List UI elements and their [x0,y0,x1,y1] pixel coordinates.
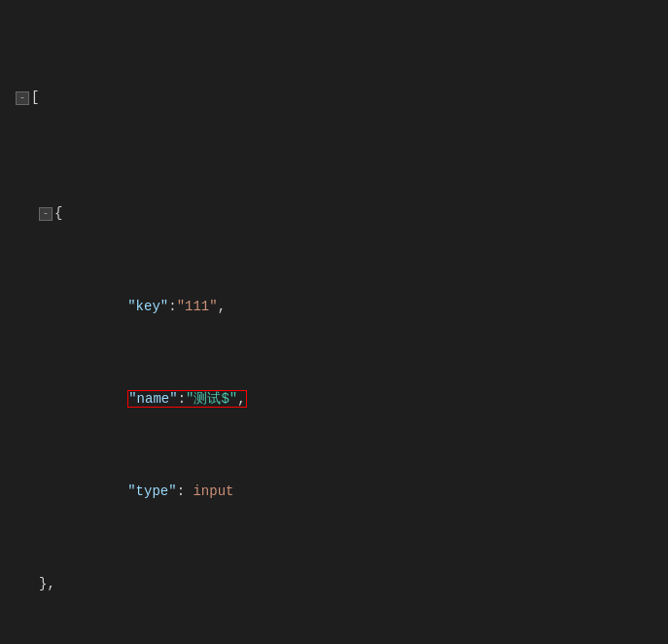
code-viewer: -[ -{ "key":"111", "name":"测试$", "type":… [0,10,668,644]
highlight-name1: "name":"测试$", [127,390,246,408]
collapse-root[interactable]: - [16,91,29,105]
line-root-open: -[ [16,87,652,110]
line-key1-key: "key":"111", [16,296,652,319]
line-obj1-open: -{ [16,202,652,226]
collapse-obj1[interactable]: - [39,207,53,221]
line-obj1-close: }, [16,573,652,596]
line-key1-name: "name":"测试$", [16,388,652,411]
bracket-root-open: [ [31,89,39,105]
line-key1-type: "type": input [16,481,652,504]
